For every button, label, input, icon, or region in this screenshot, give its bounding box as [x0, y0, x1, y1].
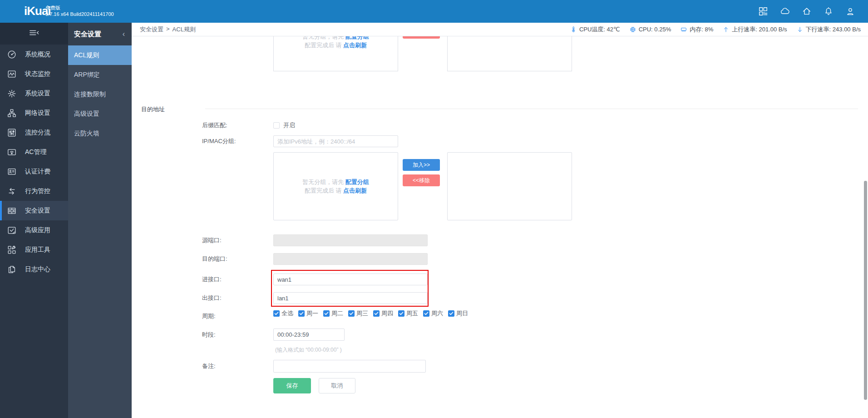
- sidebar-item-label: 日志中心: [25, 265, 50, 274]
- source-group-listbox-clipped[interactable]: 暂无分组，请先 配置分组 配置完成后 请 点击刷新: [273, 36, 398, 71]
- refresh-link[interactable]: 点击刷新: [343, 187, 367, 194]
- sidebar-item-label: 安全设置: [25, 207, 50, 215]
- time-range-label: 时段:: [202, 328, 270, 341]
- week-label: 周期:: [202, 310, 270, 322]
- status-bar: 安全设置 > ACL规则 CPU温度: 42℃ CPU: 0.25% 内存: 8…: [132, 23, 868, 36]
- selected-group-listbox-clipped[interactable]: [447, 36, 572, 71]
- breadcrumb-separator: >: [166, 25, 170, 34]
- out-interface-input[interactable]: [273, 292, 428, 304]
- ipv6-address-input[interactable]: [273, 135, 398, 147]
- vertical-scrollbar-thumb[interactable]: [864, 181, 867, 400]
- system-metrics: CPU温度: 42℃ CPU: 0.25% 内存: 8% 上行速率: 201.0…: [570, 25, 861, 34]
- remove-from-group-button[interactable]: <<移除: [403, 174, 440, 186]
- refresh-link[interactable]: 点击刷新: [343, 42, 367, 49]
- checkbox-checked-icon[interactable]: [348, 310, 355, 317]
- breadcrumb-section: 安全设置: [140, 25, 163, 34]
- sidebar-item-label: AC管理: [25, 148, 46, 156]
- in-interface-input[interactable]: [273, 274, 428, 285]
- week-option-sunday[interactable]: 周日: [448, 309, 468, 318]
- submenu-item-connection-limit[interactable]: 连接数限制: [68, 85, 132, 104]
- submenu-sidebar: 安全设置 ‹ ACL规则 ARP绑定 连接数限制 高级设置 云防火墙: [68, 23, 132, 418]
- bell-icon[interactable]: [824, 6, 833, 16]
- submenu-item-advanced-settings[interactable]: 高级设置: [68, 104, 132, 124]
- download-speed-metric: 下行速率: 243.00 B/s: [796, 25, 861, 34]
- week-option-tuesday[interactable]: 周二: [323, 309, 343, 318]
- chevron-left-icon[interactable]: ‹: [123, 30, 125, 38]
- checkbox-checked-icon[interactable]: [398, 310, 404, 317]
- week-option-saturday[interactable]: 周六: [423, 309, 443, 318]
- sidebar-item-system-overview[interactable]: 系统概况: [0, 45, 68, 64]
- sliders-icon: [7, 128, 17, 138]
- submenu-item-acl-rules[interactable]: ACL规则: [68, 45, 132, 65]
- add-to-group-button[interactable]: 加入>>: [403, 159, 440, 171]
- week-option-thursday[interactable]: 周四: [373, 309, 393, 318]
- upload-speed-metric: 上行速率: 201.00 B/s: [722, 25, 787, 34]
- checkbox-checked-icon[interactable]: [323, 310, 330, 317]
- configure-group-link[interactable]: 配置分组: [345, 36, 369, 40]
- submenu-item-cloud-firewall[interactable]: 云防火墙: [68, 124, 132, 143]
- suffix-match-option-label: 开启: [283, 119, 295, 131]
- submenu-item-arp-binding[interactable]: ARP绑定: [68, 65, 132, 85]
- week-option-label: 周日: [456, 309, 468, 318]
- dest-port-label: 目的端口:: [202, 253, 270, 265]
- thermometer-icon: [570, 26, 577, 33]
- hamburger-collapse-icon: [27, 28, 41, 40]
- topbar-icon-group: [758, 0, 855, 23]
- sidebar-item-security-settings[interactable]: 安全设置: [0, 201, 68, 220]
- sidebar-item-flow-control[interactable]: 流控分流: [0, 123, 68, 142]
- sidebar-item-system-settings[interactable]: 系统设置: [0, 84, 68, 103]
- logs-icon: [7, 264, 17, 274]
- user-icon[interactable]: [845, 6, 855, 16]
- submenu-header: 安全设置 ‹: [68, 23, 132, 45]
- in-interface-label: 进接口:: [202, 274, 270, 285]
- remark-label: 备注:: [202, 360, 270, 373]
- sidebar-item-network-settings[interactable]: 网络设置: [0, 103, 68, 123]
- selected-groups-listbox[interactable]: [447, 152, 572, 220]
- app-check-icon: [7, 225, 17, 235]
- firewall-icon: [7, 206, 17, 216]
- sidebar-item-log-center[interactable]: 日志中心: [0, 259, 68, 279]
- sidebar-item-label: 状态监控: [25, 70, 50, 78]
- section-divider: [205, 109, 858, 109]
- week-option-friday[interactable]: 周五: [398, 309, 418, 318]
- remove-from-group-button-clipped[interactable]: <<移除: [403, 36, 440, 39]
- sidebar-item-app-tools[interactable]: 应用工具: [0, 240, 68, 259]
- week-option-wednesday[interactable]: 周三: [348, 309, 368, 318]
- apps-grid-icon[interactable]: [758, 6, 768, 16]
- checkbox-checked-icon[interactable]: [298, 310, 305, 317]
- gauge-icon: [7, 50, 17, 60]
- sidebar-item-ac-management[interactable]: AC管理: [0, 142, 68, 162]
- sidebar-item-behavior-control[interactable]: 行为管控: [0, 181, 68, 201]
- time-range-input[interactable]: [273, 328, 345, 341]
- sidebar-item-status-monitor[interactable]: 状态监控: [0, 64, 68, 84]
- metric-text: 下行速率: 243.00 B/s: [806, 25, 861, 34]
- sidebar-item-label: 流控分流: [25, 129, 50, 137]
- remark-input[interactable]: [273, 360, 426, 373]
- sidebar-item-auth-billing[interactable]: 认证计费: [0, 162, 68, 181]
- out-interface-label: 出接口:: [202, 292, 270, 304]
- cancel-button[interactable]: 取消: [319, 378, 355, 393]
- week-option-monday[interactable]: 周一: [298, 309, 318, 318]
- week-checkbox-group: 全选 周一 周二 周三 周四 周五: [273, 308, 468, 319]
- home-icon[interactable]: [802, 6, 812, 16]
- available-groups-listbox[interactable]: 暂无分组，请先 配置分组 配置完成后 请 点击刷新: [273, 152, 398, 220]
- checkbox-checked-icon[interactable]: [448, 310, 454, 317]
- empty-group-hint: 暂无分组，请先 配置分组 配置完成后 请 点击刷新: [274, 36, 398, 50]
- week-option-all[interactable]: 全选: [273, 309, 293, 318]
- metric-text: CPU: 0.25%: [639, 26, 671, 33]
- suffix-match-checkbox[interactable]: [273, 122, 280, 129]
- checkbox-checked-icon[interactable]: [423, 310, 429, 317]
- sidebar-item-advanced-apps[interactable]: 高级应用: [0, 220, 68, 240]
- checkbox-checked-icon[interactable]: [273, 310, 280, 317]
- breadcrumb: 安全设置 > ACL规则: [140, 25, 196, 34]
- memory-icon: [680, 26, 687, 33]
- configure-group-link[interactable]: 配置分组: [345, 179, 369, 185]
- in-interface-row: 进接口:: [132, 274, 868, 285]
- sidebar-collapse-toggle[interactable]: [0, 23, 68, 45]
- week-option-label: 周二: [331, 309, 343, 318]
- hint-text: 配置完成后 请: [305, 42, 343, 49]
- hint-text: 暂无分组，请先: [302, 36, 345, 40]
- checkbox-checked-icon[interactable]: [373, 310, 380, 317]
- cloud-icon[interactable]: [780, 6, 790, 16]
- save-button[interactable]: 保存: [273, 378, 311, 393]
